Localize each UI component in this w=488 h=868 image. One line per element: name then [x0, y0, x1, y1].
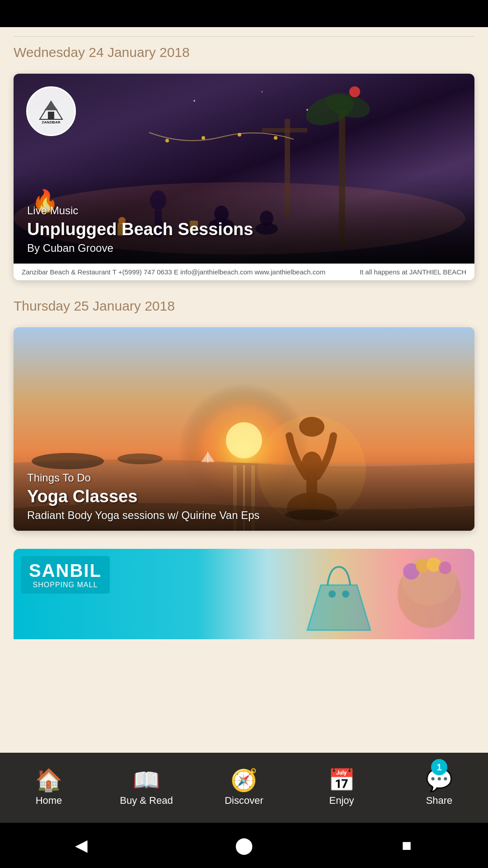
card-yoga-image: Things To Do Yoga Classes Radiant Body Y…: [14, 327, 474, 531]
android-nav: ◀ ⬤ ■: [0, 823, 488, 868]
nav-home[interactable]: 🏠 Home: [0, 753, 98, 823]
top-divider: [14, 36, 474, 37]
nav-buy-read[interactable]: 📖 Buy & Read: [98, 753, 195, 823]
yoga-category: Things To Do: [27, 472, 461, 484]
event-card-beach[interactable]: ZANZIBAR 🔥 Live Music Unplugged Beach Se…: [14, 74, 474, 280]
home-icon: 🏠: [35, 769, 62, 791]
card-beach-footer: Zanzibar Beach & Restaurant T +(5999) 74…: [14, 264, 474, 280]
buy-read-icon: 📖: [133, 769, 160, 791]
beach-subtitle: By Cuban Groove: [27, 242, 461, 255]
recent-button[interactable]: ■: [393, 832, 420, 859]
svg-point-53: [439, 561, 451, 574]
svg-text:ZANZIBAR: ZANZIBAR: [42, 120, 61, 124]
share-badge: 1: [431, 759, 447, 775]
svg-point-16: [238, 133, 241, 137]
beach-title: Unplugged Beach Sessions: [27, 220, 461, 239]
sanbil-logo-main: SANBIL: [29, 561, 102, 581]
svg-point-24: [349, 86, 360, 97]
status-bar: [0, 0, 488, 27]
woman-flowers: [339, 558, 474, 639]
discover-icon: 🧭: [230, 769, 258, 791]
svg-rect-26: [48, 112, 54, 119]
date-label-2: Thursday 25 January 2018: [14, 298, 474, 314]
svg-rect-13: [262, 128, 307, 132]
svg-point-52: [427, 558, 441, 572]
beach-footer-right: It all happens at JANTHIEL BEACH: [360, 268, 466, 276]
svg-point-14: [165, 139, 169, 142]
partial-card-sanbil[interactable]: SANBIL SHOPPING MALL: [14, 549, 474, 639]
beach-footer-text: Zanzibar Beach & Restaurant T +(5999) 74…: [22, 268, 325, 276]
back-button[interactable]: ◀: [68, 832, 95, 859]
date-label-1: Wednesday 24 January 2018: [14, 45, 474, 60]
nav-discover-label: Discover: [225, 795, 263, 807]
nav-enjoy[interactable]: 📅 Enjoy: [293, 753, 390, 823]
svg-point-15: [202, 136, 205, 140]
svg-marker-27: [44, 101, 58, 110]
card-yoga-bg: Things To Do Yoga Classes Radiant Body Y…: [14, 327, 474, 531]
zanzibar-logo-icon: ZANZIBAR: [35, 99, 67, 124]
nav-share[interactable]: 💬 Share 1: [390, 753, 488, 823]
svg-point-0: [193, 100, 195, 102]
svg-point-31: [226, 422, 262, 458]
nav-share-label: Share: [426, 795, 453, 807]
sanbil-bg: SANBIL SHOPPING MALL: [14, 549, 474, 639]
yoga-subtitle: Radiant Body Yoga sessions w/ Quirine Va…: [27, 509, 461, 522]
nav-enjoy-label: Enjoy: [329, 795, 354, 807]
bottom-nav: 🏠 Home 📖 Buy & Read 🧭 Discover 📅 Enjoy 💬…: [0, 753, 488, 823]
sanbil-logo-box: SANBIL SHOPPING MALL: [21, 556, 110, 594]
event-card-yoga[interactable]: Things To Do Yoga Classes Radiant Body Y…: [14, 327, 474, 531]
main-content: Wednesday 24 January 2018: [0, 27, 488, 639]
card-beach-image: ZANZIBAR 🔥 Live Music Unplugged Beach Se…: [14, 74, 474, 264]
zanzibar-logo: ZANZIBAR: [26, 86, 76, 136]
sanbil-logo-sub: SHOPPING MALL: [33, 581, 98, 589]
yoga-title: Yoga Classes: [27, 487, 461, 506]
enjoy-icon: 📅: [328, 769, 355, 791]
nav-buy-read-label: Buy & Read: [120, 795, 173, 807]
beach-category: Live Music: [27, 204, 461, 217]
card-beach-bg: ZANZIBAR 🔥 Live Music Unplugged Beach Se…: [14, 74, 474, 264]
svg-point-17: [274, 136, 277, 140]
home-button[interactable]: ⬤: [230, 832, 258, 859]
nav-discover[interactable]: 🧭 Discover: [195, 753, 293, 823]
card-yoga-text: Things To Do Yoga Classes Radiant Body Y…: [14, 461, 474, 531]
svg-point-1: [262, 91, 263, 93]
card-beach-text: Live Music Unplugged Beach Sessions By C…: [14, 193, 474, 264]
svg-point-46: [328, 590, 336, 598]
nav-home-label: Home: [36, 795, 62, 807]
